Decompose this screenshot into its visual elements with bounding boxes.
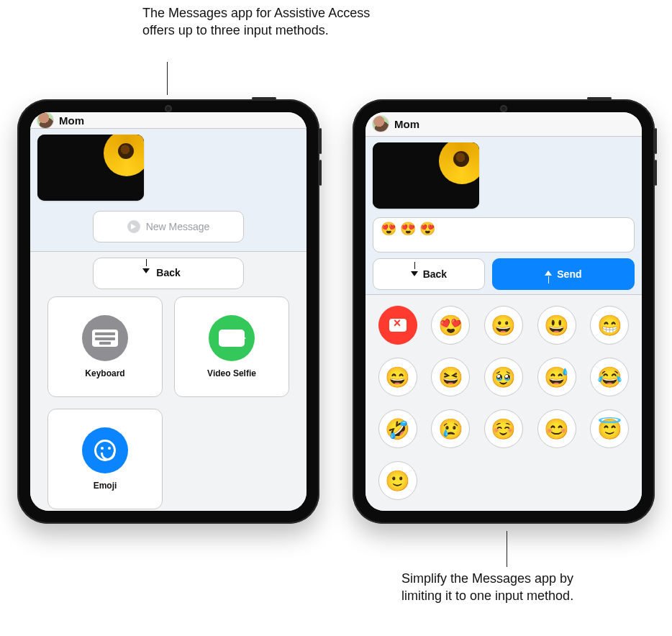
compose-field[interactable]: 😍 😍 😍 [373, 217, 635, 253]
back-label: Back [94, 267, 243, 278]
contact-name: Mom [394, 118, 419, 130]
tile-keyboard[interactable]: Keyboard [47, 296, 163, 397]
conversation-header: Mom [365, 112, 642, 137]
emoji-key[interactable]: 😂 [590, 358, 629, 396]
new-message-label: New Message [146, 221, 210, 232]
emoji-keyboard: 😍😀😃😁😄😆🥹😅😂🤣😢☺️😊😇🙂 [365, 294, 642, 511]
emoji-key[interactable]: 😢 [431, 409, 470, 448]
emoji-key[interactable]: 😃 [537, 306, 576, 345]
emoji-key[interactable]: 🤣 [378, 409, 417, 448]
emoji-key[interactable]: 😆 [431, 358, 470, 396]
leader-line-top [167, 62, 168, 95]
callout-bottom: Simplify the Messages app by limiting it… [401, 570, 617, 605]
video-icon [209, 315, 255, 361]
emoji-key[interactable]: 😅 [537, 358, 576, 396]
emoji-key[interactable]: 😄 [378, 358, 417, 396]
chat-area [365, 137, 642, 212]
emoji-key[interactable]: 🙂 [378, 461, 417, 500]
conversation-header: Mom [30, 112, 307, 129]
compose-icon [127, 220, 140, 233]
delete-button[interactable] [378, 306, 417, 345]
tile-keyboard-label: Keyboard [85, 368, 124, 378]
emoji-icon [82, 427, 128, 473]
compose-actions: Back Send [365, 258, 642, 294]
ipad-left: Mom New Message Back [17, 99, 319, 524]
back-label: Back [423, 268, 447, 280]
figure: The Messages app for Assistive Access of… [0, 0, 672, 636]
arrow-down-icon [411, 268, 419, 280]
emoji-key[interactable]: 😇 [590, 409, 629, 448]
callout-top: The Messages app for Assistive Access of… [142, 4, 373, 40]
back-button[interactable]: Back [373, 258, 485, 290]
input-panel: Back Keyboard Video Selfie Emoji [30, 251, 307, 511]
emoji-key[interactable]: 😀 [484, 306, 523, 345]
emoji-key[interactable]: 😊 [537, 409, 576, 448]
input-tiles: Keyboard Video Selfie Emoji [47, 296, 289, 509]
received-photo-message[interactable] [37, 135, 144, 201]
avatar [373, 116, 389, 132]
emoji-key[interactable]: 🥹 [484, 358, 523, 396]
tile-video-selfie-label: Video Selfie [207, 368, 256, 378]
screen-left: Mom New Message Back [30, 112, 307, 511]
delete-icon [389, 319, 407, 332]
received-photo-message[interactable] [373, 142, 479, 209]
tile-emoji[interactable]: Emoji [47, 409, 163, 509]
avatar [37, 112, 53, 128]
keyboard-icon [82, 315, 128, 361]
back-button[interactable]: Back [93, 258, 244, 289]
emoji-key[interactable]: 😍 [431, 306, 470, 345]
emoji-grid: 😍😀😃😁😄😆🥹😅😂🤣😢☺️😊😇🙂 [376, 304, 632, 502]
new-message-field[interactable]: New Message [93, 211, 244, 242]
send-label: Send [557, 268, 581, 280]
tile-video-selfie[interactable]: Video Selfie [174, 296, 289, 397]
ipad-right: Mom 😍 😍 😍 Back Send [353, 99, 655, 524]
emoji-key[interactable]: ☺️ [484, 409, 523, 448]
tile-emoji-label: Emoji [94, 481, 117, 491]
arrow-up-icon [545, 268, 553, 280]
front-camera [165, 105, 172, 112]
send-button[interactable]: Send [492, 258, 635, 290]
compose-value: 😍 😍 😍 [381, 222, 435, 236]
emoji-key[interactable]: 😁 [590, 306, 629, 345]
front-camera [500, 105, 507, 112]
contact-name: Mom [59, 114, 84, 127]
leader-line-bottom [507, 531, 507, 567]
screen-right: Mom 😍 😍 😍 Back Send [365, 112, 642, 511]
chat-area: New Message [30, 129, 307, 251]
